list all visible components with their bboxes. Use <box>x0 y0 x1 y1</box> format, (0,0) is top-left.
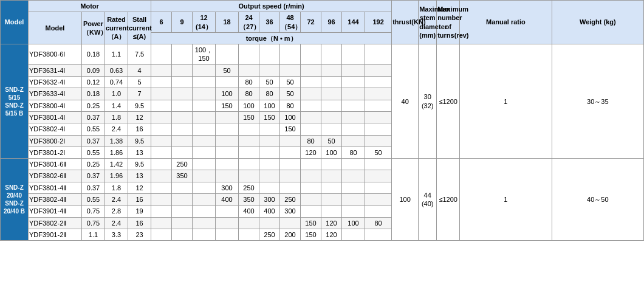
header-s144: 144 <box>342 12 365 33</box>
cell-s96 <box>321 170 342 182</box>
cell-s12 <box>193 147 216 158</box>
cell-s36 <box>259 159 280 170</box>
cell-s144 <box>342 111 365 123</box>
cell-s48 <box>280 170 301 182</box>
cell-s36: 50 <box>259 77 280 88</box>
cell-s96 <box>321 64 342 76</box>
cell-model: YDF3801-6Ⅱ <box>29 159 82 170</box>
cell-s36 <box>259 170 280 182</box>
cell-s192 <box>365 182 392 193</box>
cell-s48: 50 <box>280 77 301 88</box>
header-model: Model <box>1 1 29 44</box>
cell-model: YDF3800-2Ⅰ <box>29 135 82 147</box>
cell-s48 <box>280 135 301 147</box>
cell-power: 0.37 <box>82 170 105 182</box>
cell-s9 <box>172 229 193 240</box>
cell-s96 <box>321 206 342 217</box>
cell-s192 <box>365 100 392 111</box>
cell-s96: 120 <box>321 217 342 229</box>
cell-stall: 7 <box>128 88 151 100</box>
cell-s9 <box>172 206 193 217</box>
cell-s24: 250 <box>239 182 259 193</box>
cell-stall: 12 <box>128 111 151 123</box>
cell-s12 <box>193 182 216 193</box>
cell-rated: 1.96 <box>105 170 128 182</box>
header-s9: 9 <box>172 12 193 33</box>
header-s48: 48（54） <box>280 12 301 33</box>
cell-s12: 100，150 <box>193 44 216 65</box>
cell-power: 0.25 <box>82 159 105 170</box>
cell-s6 <box>151 217 172 229</box>
cell-stall: 4 <box>128 64 151 76</box>
cell-s9: 350 <box>172 170 193 182</box>
cell-model: YDF3631-4Ⅰ <box>29 64 82 76</box>
header-weight: Weight (kg) <box>552 1 643 44</box>
cell-rated: 2.4 <box>105 217 128 229</box>
cell-s12 <box>193 170 216 182</box>
cell-s144 <box>342 182 365 193</box>
cell-s12 <box>193 194 216 206</box>
cell-s9 <box>172 182 193 193</box>
cell-s24 <box>239 229 259 240</box>
cell-model: YDF3800-6Ⅰ <box>29 44 82 65</box>
cell-s24 <box>239 147 259 158</box>
cell-rated: 3.3 <box>105 229 128 240</box>
cell-power: 0.37 <box>82 182 105 193</box>
cell-s12 <box>193 159 216 170</box>
cell-stall: 9.5 <box>128 159 151 170</box>
cell-s6 <box>151 111 172 123</box>
cell-rated: 0.74 <box>105 77 128 88</box>
header-s96: 96 <box>321 12 342 33</box>
cell-s6 <box>151 123 172 135</box>
cell-model: YDF3901-2Ⅱ <box>29 229 82 240</box>
cell-s9 <box>172 147 193 158</box>
cell-s96 <box>321 88 342 100</box>
cell-s12 <box>193 111 216 123</box>
cell-s18: 100 <box>216 88 239 100</box>
header-s192: 192 <box>365 12 392 33</box>
cell-power: 0.09 <box>82 64 105 76</box>
thrust: 100 <box>392 159 419 241</box>
main-table-wrapper: Model Motor Output speed (r/min) thrust(… <box>0 0 644 241</box>
cell-s24 <box>239 135 259 147</box>
table-row: SND-Z 20/40 SND-Z 20/40 BYDF3801-6Ⅱ0.251… <box>1 159 644 170</box>
cell-s48: 100 <box>280 111 301 123</box>
cell-s192 <box>365 111 392 123</box>
header-torque: torque（N • m） <box>151 32 392 44</box>
cell-s48: 150 <box>280 123 301 135</box>
cell-power: 0.37 <box>82 111 105 123</box>
cell-s36: 100 <box>259 100 280 111</box>
cell-s144 <box>342 135 365 147</box>
cell-stall: 23 <box>128 229 151 240</box>
cell-s144 <box>342 206 365 217</box>
cell-s6 <box>151 159 172 170</box>
cell-s96 <box>321 44 342 65</box>
cell-s12 <box>193 100 216 111</box>
cell-s18: 150 <box>216 100 239 111</box>
cell-s24 <box>239 170 259 182</box>
cell-s192 <box>365 88 392 100</box>
cell-power: 0.18 <box>82 88 105 100</box>
cell-s24: 80 <box>239 77 259 88</box>
cell-s192 <box>365 135 392 147</box>
header-s72: 72 <box>301 12 321 33</box>
cell-power: 0.18 <box>82 44 105 65</box>
cell-s9 <box>172 123 193 135</box>
cell-s18 <box>216 111 239 123</box>
cell-s72 <box>301 77 321 88</box>
cell-s96 <box>321 182 342 193</box>
header-s18: 18 <box>216 12 239 33</box>
cell-s24 <box>239 159 259 170</box>
cell-s6 <box>151 88 172 100</box>
cell-s6 <box>151 170 172 182</box>
cell-stall: 19 <box>128 206 151 217</box>
cell-s18 <box>216 206 239 217</box>
header-s24: 24（27） <box>239 12 259 33</box>
cell-s18 <box>216 77 239 88</box>
cell-power: 0.75 <box>82 206 105 217</box>
cell-power: 0.55 <box>82 147 105 158</box>
cell-s12 <box>193 123 216 135</box>
stem-diameter: 30 (32) <box>419 44 437 159</box>
cell-s24: 350 <box>239 194 259 206</box>
cell-s24 <box>239 64 259 76</box>
